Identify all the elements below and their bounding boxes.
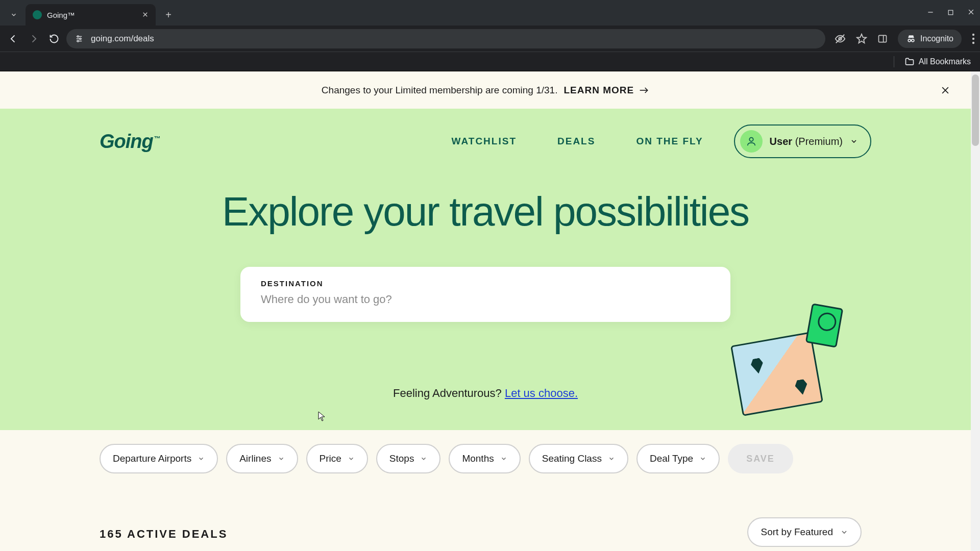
site-settings-icon[interactable] xyxy=(75,34,84,43)
favicon-icon xyxy=(33,10,42,19)
chevron-down-icon xyxy=(278,455,285,462)
passport-icon xyxy=(805,303,844,348)
toolbar-right: Incognito xyxy=(835,30,975,48)
user-label: User (Premium) xyxy=(770,136,843,147)
svg-point-17 xyxy=(908,39,911,41)
svg-point-20 xyxy=(972,33,974,35)
search-label: DESTINATION xyxy=(261,279,710,288)
reload-button[interactable] xyxy=(46,31,62,47)
logo-text: Going xyxy=(100,131,153,153)
filter-departure-airports[interactable]: Departure Airports xyxy=(100,444,218,473)
arrow-right-icon xyxy=(639,87,649,94)
chevron-down-icon xyxy=(608,455,615,462)
let-us-choose-link[interactable]: Let us choose. xyxy=(505,387,578,399)
window-controls xyxy=(927,0,975,26)
filter-deal-type[interactable]: Deal Type xyxy=(636,444,720,473)
svg-point-22 xyxy=(972,41,974,43)
adventurous-prompt: Feeling Adventurous? Let us choose. xyxy=(387,384,584,403)
chevron-down-icon xyxy=(850,137,858,145)
page-title: Explore your travel possibilities xyxy=(0,188,971,235)
bookmarks-bar: All Bookmarks xyxy=(0,52,980,71)
browser-tab[interactable]: Going™ xyxy=(26,4,156,26)
filter-seating-class[interactable]: Seating Class xyxy=(529,444,628,473)
banner-close-button[interactable] xyxy=(938,83,952,97)
user-menu[interactable]: User (Premium) xyxy=(734,124,871,158)
chevron-down-icon xyxy=(348,455,355,462)
close-tab-button[interactable] xyxy=(142,11,149,19)
nav-on-the-fly[interactable]: ON THE FLY xyxy=(636,136,703,147)
chevron-down-icon xyxy=(10,11,17,18)
site-logo[interactable]: Going™ xyxy=(100,131,160,153)
sort-dropdown[interactable]: Sort by Featured xyxy=(747,517,862,547)
separator xyxy=(894,56,894,67)
chrome-menu-button[interactable] xyxy=(972,33,975,44)
promo-banner: Changes to your Limited membership are c… xyxy=(0,71,971,109)
chevron-down-icon xyxy=(500,455,507,462)
url-text: going.com/deals xyxy=(91,34,154,44)
hero-illustration xyxy=(736,308,838,410)
svg-point-11 xyxy=(77,40,79,42)
tab-search-button[interactable] xyxy=(5,6,22,23)
nav-links: WATCHLIST DEALS ON THE FLY xyxy=(452,136,703,147)
incognito-indicator[interactable]: Incognito xyxy=(898,30,962,48)
chevron-down-icon xyxy=(840,528,848,536)
filter-price[interactable]: Price xyxy=(306,444,368,473)
svg-rect-3 xyxy=(948,10,953,15)
maximize-button[interactable] xyxy=(947,9,954,17)
incognito-label: Incognito xyxy=(920,34,953,43)
site-nav: Going™ WATCHLIST DEALS ON THE FLY User (… xyxy=(0,109,971,174)
page-viewport: Changes to your Limited membership are c… xyxy=(0,71,980,551)
svg-point-21 xyxy=(972,37,974,39)
page-content: Changes to your Limited membership are c… xyxy=(0,71,971,551)
all-bookmarks-button[interactable]: All Bookmarks xyxy=(904,57,971,67)
svg-point-18 xyxy=(912,39,914,41)
toolbar: going.com/deals Incognito xyxy=(0,26,980,52)
active-deals-count: 165 ACTIVE DEALS xyxy=(100,528,228,541)
destination-input[interactable] xyxy=(261,293,710,306)
filter-airlines[interactable]: Airlines xyxy=(226,444,298,473)
nav-watchlist[interactable]: WATCHLIST xyxy=(452,136,517,147)
banner-cta: LEARN MORE xyxy=(564,85,634,96)
scrollbar[interactable] xyxy=(971,71,980,551)
all-bookmarks-label: All Bookmarks xyxy=(919,57,971,66)
eye-off-icon[interactable] xyxy=(835,33,846,44)
sort-label: Sort by Featured xyxy=(761,527,833,538)
svg-point-10 xyxy=(80,38,81,39)
filter-row: Departure Airports Airlines Price Stops … xyxy=(100,444,793,473)
tab-title: Going™ xyxy=(47,11,137,19)
svg-rect-15 xyxy=(879,35,887,42)
svg-point-26 xyxy=(749,138,753,141)
back-button[interactable] xyxy=(5,31,21,47)
scrollbar-thumb[interactable] xyxy=(972,74,979,146)
folder-icon xyxy=(904,57,915,67)
chevron-down-icon xyxy=(420,455,427,462)
close-window-button[interactable] xyxy=(967,8,975,17)
forward-button[interactable] xyxy=(26,31,42,47)
filter-stops[interactable]: Stops xyxy=(376,444,441,473)
adventurous-text: Feeling Adventurous? xyxy=(393,387,505,399)
nav-deals[interactable]: DEALS xyxy=(557,136,595,147)
bookmark-star-icon[interactable] xyxy=(856,33,867,44)
chevron-down-icon xyxy=(198,455,205,462)
banner-learn-more[interactable]: LEARN MORE xyxy=(564,85,649,96)
destination-search[interactable]: DESTINATION xyxy=(240,267,730,322)
avatar xyxy=(740,130,763,153)
side-panel-icon[interactable] xyxy=(877,34,888,44)
map-icon xyxy=(730,332,823,416)
tab-strip: Going™ + xyxy=(0,0,980,26)
new-tab-button[interactable]: + xyxy=(160,6,177,23)
banner-text: Changes to your Limited membership are c… xyxy=(322,85,558,96)
minimize-button[interactable] xyxy=(927,9,934,17)
incognito-icon xyxy=(906,34,916,44)
chevron-down-icon xyxy=(699,455,706,462)
save-button[interactable]: SAVE xyxy=(728,444,793,473)
filter-months[interactable]: Months xyxy=(449,444,520,473)
address-bar[interactable]: going.com/deals xyxy=(66,29,825,48)
logo-tm: ™ xyxy=(154,135,160,142)
svg-point-9 xyxy=(77,36,79,37)
hero-section: Going™ WATCHLIST DEALS ON THE FLY User (… xyxy=(0,109,971,430)
svg-marker-14 xyxy=(857,34,866,42)
